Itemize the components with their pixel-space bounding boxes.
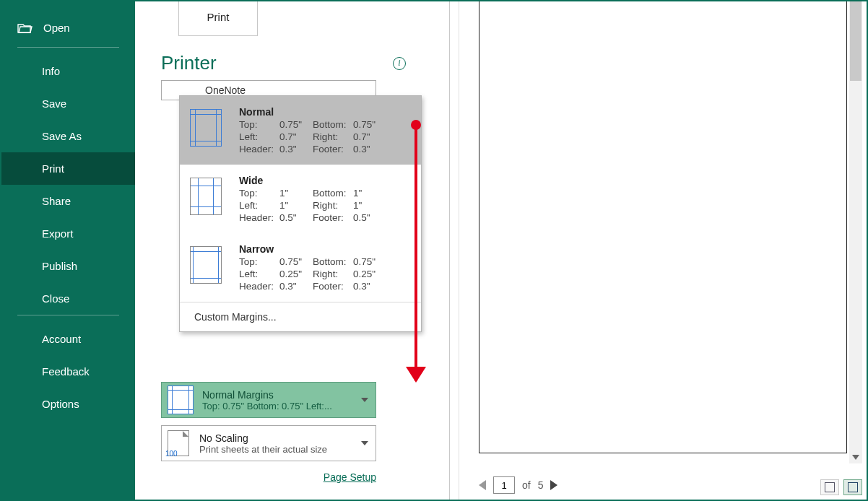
sidebar-open-label: Open — [43, 22, 70, 34]
chevron-down-icon — [361, 441, 368, 445]
page-navigator: of 5 — [479, 476, 557, 494]
margin-preview-icon — [168, 385, 194, 414]
margin-title: Wide — [239, 175, 408, 186]
annotation-arrow — [415, 121, 417, 381]
scaling-dropdown[interactable]: 100 No Scaling Print sheets at their act… — [161, 425, 376, 461]
margins-dropdown-title: Normal Margins — [202, 389, 332, 401]
margins-dropdown[interactable]: Normal Margins Top: 0.75" Bottom: 0.75" … — [161, 382, 376, 418]
printer-info-icon[interactable]: i — [393, 57, 406, 70]
sidebar-item-save[interactable]: Save — [1, 87, 135, 120]
zoom-controls — [820, 479, 862, 495]
vertical-scrollbar[interactable] — [849, 1, 862, 463]
preview-page — [479, 0, 847, 453]
sidebar-item-export[interactable]: Export — [1, 217, 135, 250]
sidebar-item-save-as[interactable]: Save As — [1, 120, 135, 152]
custom-margins-label: Custom Margins... — [194, 311, 277, 323]
page-total: 5 — [538, 479, 544, 491]
scaling-title: No Scaling — [199, 432, 327, 444]
sidebar-item-publish[interactable]: Publish — [1, 250, 135, 282]
print-settings-pane: Print Printer i OneNote Normal Top: 0.75… — [135, 1, 449, 500]
margins-flyout: Normal Top: 0.75" Bottom:0.75" Left: 0.7… — [179, 95, 422, 332]
page-setup-link[interactable]: Page Setup — [324, 471, 376, 483]
sidebar-item-info[interactable]: Info — [1, 55, 135, 87]
margin-option-normal[interactable]: Normal Top: 0.75" Bottom:0.75" Left: 0.7… — [180, 96, 421, 165]
margin-title: Normal — [239, 106, 408, 118]
sidebar-item-account[interactable]: Account — [1, 323, 135, 355]
margin-option-narrow[interactable]: Narrow Top: 0.75" Bottom:0.75" Left: 0.2… — [180, 233, 421, 302]
margin-option-wide[interactable]: Wide Top: 1" Bottom:1" Left: 1" Right: 1… — [180, 165, 421, 233]
chevron-down-icon — [361, 398, 368, 402]
margin-preview-icon — [190, 109, 222, 147]
sidebar-open[interactable]: Open — [1, 14, 135, 47]
pane-divider — [459, 1, 459, 500]
backstage-sidebar: Open Info Save Save As Print Share Expor… — [1, 1, 135, 500]
sidebar-divider — [17, 47, 119, 48]
folder-open-icon — [17, 22, 33, 34]
custom-margins-item[interactable]: Custom Margins... — [180, 302, 421, 331]
sidebar-item-options[interactable]: Options — [1, 388, 135, 420]
scaling-detail: Print sheets at their actual size — [199, 444, 327, 455]
page-of-label: of — [522, 479, 531, 491]
printer-heading: Printer — [161, 52, 217, 74]
sidebar-divider-2 — [17, 315, 119, 315]
scroll-down-icon[interactable] — [849, 450, 862, 463]
margins-dropdown-detail: Top: 0.75" Bottom: 0.75" Left:... — [202, 401, 332, 411]
next-page-button[interactable] — [550, 480, 557, 490]
margin-preview-icon — [190, 178, 222, 215]
zoom-to-page-button[interactable] — [843, 479, 862, 495]
print-button-label: Print — [207, 11, 230, 23]
page-number-input[interactable] — [493, 476, 515, 494]
sidebar-item-print[interactable]: Print — [1, 152, 135, 185]
page-icon: 100 — [168, 430, 189, 456]
margin-title: Narrow — [239, 243, 408, 255]
sidebar-item-share[interactable]: Share — [1, 185, 135, 217]
scale-badge: 100 — [165, 450, 178, 458]
sidebar-item-close[interactable]: Close — [1, 282, 135, 315]
print-button[interactable]: Print — [178, 0, 258, 36]
printer-name: OneNote — [168, 84, 246, 96]
print-preview-pane: of 5 — [449, 1, 867, 500]
sidebar-item-feedback[interactable]: Feedback — [1, 355, 135, 388]
scrollbar-thumb[interactable] — [850, 1, 862, 81]
grid-icon — [825, 482, 835, 492]
show-margins-button[interactable] — [820, 479, 839, 495]
page-fit-icon — [848, 482, 858, 492]
prev-page-button[interactable] — [479, 480, 486, 490]
margin-preview-icon — [190, 246, 222, 284]
